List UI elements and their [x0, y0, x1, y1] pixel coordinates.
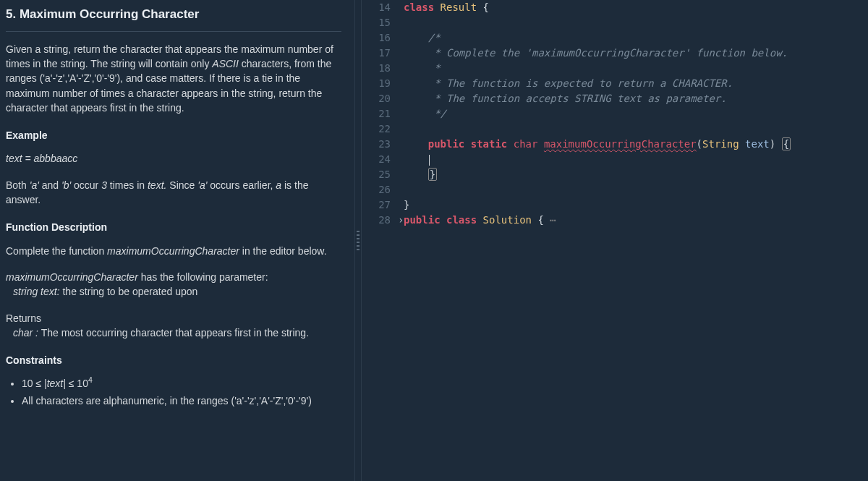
- paren: (: [697, 138, 702, 150]
- line-number: 17: [362, 46, 398, 61]
- code-line[interactable]: class Result {: [398, 0, 868, 15]
- text: function below.: [690, 47, 788, 59]
- text: 'maximumOccurringCharacter': [526, 47, 691, 59]
- text: the string to be operated upon: [60, 286, 198, 297]
- line-number: 24: [362, 152, 398, 167]
- text: 'b': [61, 179, 71, 191]
- brace: {: [537, 214, 543, 226]
- code-line[interactable]: * The function is expected to return a C…: [398, 76, 868, 91]
- text: ASCII: [212, 58, 239, 69]
- paren: ): [770, 138, 782, 150]
- keyword: static: [464, 138, 507, 150]
- panel-splitter[interactable]: [354, 0, 362, 481]
- comment: /*: [404, 32, 441, 43]
- text: string text:: [6, 286, 60, 297]
- text: The most occurring character that appear…: [38, 327, 309, 339]
- parameter-line: maximumOccurringCharacter has the follow…: [6, 270, 341, 299]
- line-number-gutter: 14 15 16 17 18 19 20 21 22 23 24 25 26 2…: [362, 0, 398, 481]
- param-type: String: [702, 138, 739, 150]
- text: |text|: [44, 378, 66, 389]
- code-editor[interactable]: 14 15 16 17 18 19 20 21 22 23 24 25 26 2…: [362, 0, 868, 481]
- text: Since: [166, 179, 197, 191]
- line-number: 19: [362, 76, 398, 91]
- comment: * Complete the 'maximumOccurringCharacte…: [404, 47, 788, 59]
- text: Both: [6, 179, 30, 191]
- problem-description-panel: 5. Maximum Occurring Character Given a s…: [0, 0, 354, 481]
- code-line[interactable]: [398, 15, 868, 30]
- returns-section: Returns char : The most occurring charac…: [6, 311, 341, 341]
- code-area[interactable]: class Result { /* * Complete the 'maximu…: [398, 0, 868, 481]
- text: a: [276, 179, 281, 191]
- returns-heading: Returns: [6, 312, 41, 324]
- problem-title: 5. Maximum Occurring Character: [6, 6, 341, 24]
- code-line[interactable]: [398, 182, 868, 197]
- keyword: public: [404, 214, 441, 226]
- param-name: text: [739, 138, 770, 150]
- type: char: [507, 138, 544, 150]
- divider: [6, 31, 341, 32]
- fold-chevron-icon[interactable]: ›: [398, 213, 404, 228]
- line-number: 25: [362, 167, 398, 182]
- code-line[interactable]: public static char maximumOccurringChara…: [398, 137, 868, 152]
- text: Complete the function: [6, 245, 107, 257]
- text: has the following parameter:: [138, 271, 268, 283]
- text: char :: [6, 327, 38, 339]
- code-line[interactable]: }: [398, 167, 868, 182]
- text: 10 ≤: [22, 378, 44, 389]
- text: in the editor below.: [239, 245, 327, 257]
- text: 3: [101, 179, 107, 191]
- code-line[interactable]: * Complete the 'maximumOccurringCharacte…: [398, 46, 868, 61]
- text: 'a': [30, 179, 39, 191]
- line-number: 15: [362, 15, 398, 30]
- text: maximumOccurringCharacter: [6, 271, 138, 283]
- class-name: Result: [434, 1, 482, 13]
- text: text.: [148, 179, 166, 191]
- comment: * The function accepts STRING text as pa…: [404, 93, 727, 104]
- class-name: Solution: [477, 214, 537, 226]
- code-line[interactable]: */: [398, 106, 868, 122]
- line-number: 20: [362, 91, 398, 106]
- constraints-list: 10 ≤ |text| ≤ 104 All characters are alp…: [6, 376, 341, 408]
- example-input: text = abbbaacc: [6, 151, 341, 166]
- comment: * The function is expected to return a C…: [404, 77, 733, 89]
- line-number: 23: [362, 137, 398, 152]
- line-number: 18: [362, 61, 398, 76]
- line-number: 27: [362, 197, 398, 213]
- text: 4: [88, 376, 93, 385]
- line-number: 21: [362, 106, 398, 122]
- brace: }: [404, 199, 409, 210]
- constraint-item: 10 ≤ |text| ≤ 104: [22, 376, 341, 391]
- code-line[interactable]: [398, 122, 868, 137]
- text: * Complete the: [404, 47, 526, 59]
- function-description: Complete the function maximumOccurringCh…: [6, 244, 341, 258]
- code-line[interactable]: *: [398, 61, 868, 76]
- line-number: 22: [362, 122, 398, 137]
- problem-description: Given a string, return the character tha…: [6, 42, 341, 115]
- constraints-heading: Constraints: [6, 353, 341, 367]
- keyword: class: [404, 1, 434, 13]
- code-line[interactable]: /*: [398, 30, 868, 46]
- function-name: maximumOccurringCharacter: [544, 138, 697, 150]
- text: times in: [107, 179, 148, 191]
- text: occur: [71, 179, 101, 191]
- line-number: 14: [362, 0, 398, 15]
- constraint-item: All characters are alphanumeric, in the …: [22, 393, 341, 408]
- line-number: 28: [362, 213, 398, 228]
- example-explanation: Both 'a' and 'b' occur 3 times in text. …: [6, 178, 341, 208]
- code-line[interactable]: ›public class Solution { ⋯: [398, 213, 868, 228]
- keyword: public: [428, 138, 465, 150]
- fold-ellipsis-icon[interactable]: ⋯: [544, 214, 556, 226]
- code-line[interactable]: }: [398, 197, 868, 213]
- text: and: [39, 179, 61, 191]
- brace: }: [428, 168, 437, 181]
- code-line[interactable]: [398, 152, 868, 167]
- brace: {: [782, 137, 791, 150]
- function-description-heading: Function Description: [6, 220, 341, 234]
- text: 'a': [197, 179, 207, 191]
- example-heading: Example: [6, 128, 341, 142]
- text: ≤ 10: [66, 378, 88, 389]
- keyword: class: [441, 214, 477, 226]
- comment: *: [404, 62, 441, 74]
- code-line[interactable]: * The function accepts STRING text as pa…: [398, 91, 868, 106]
- text: maximumOccurringCharacter: [107, 245, 239, 257]
